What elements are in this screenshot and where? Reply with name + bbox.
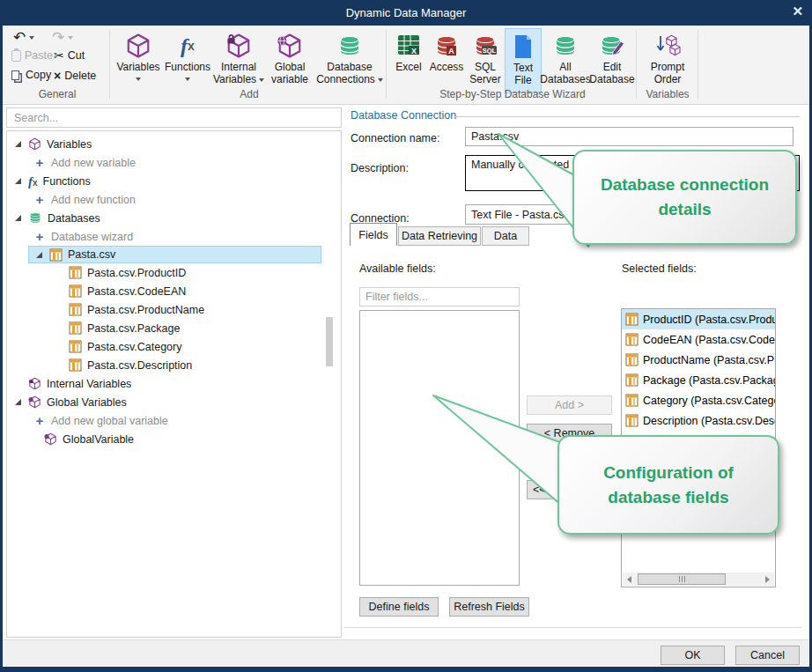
tree-item-add-new-global-variable[interactable]: + Add new global variable (28, 411, 341, 430)
window-border-bottom (0, 667, 812, 672)
tree-item-field-codeean[interactable]: Pasta.csv.CodeEAN (63, 282, 341, 300)
field-icon (625, 333, 639, 346)
access-button[interactable]: A Access (427, 28, 466, 93)
sql-server-label2: Server (469, 74, 500, 86)
paste-label: Paste (25, 49, 53, 62)
tree-item-global-variables[interactable]: Global Variables (7, 393, 341, 411)
internal-variables-label2: Variables (213, 74, 256, 86)
field-icon (69, 284, 82, 298)
plus-icon: + (33, 192, 46, 207)
selected-field-row[interactable]: Category (Pasta.csv.Category) (622, 390, 775, 410)
tree-item-field-description[interactable]: Pasta.csv.Description (63, 356, 341, 374)
close-icon[interactable]: ✕ (792, 4, 803, 19)
redo-icon: ↷ (52, 30, 64, 45)
sidebar-tree: Variables + Add new variable fx Function… (6, 130, 342, 638)
expander-icon[interactable] (33, 252, 44, 258)
sql-server-button[interactable]: SQL SQL Server (466, 28, 505, 93)
text-file-button[interactable]: Text File (505, 28, 542, 93)
field-icon (69, 340, 82, 353)
edit-database-button[interactable]: Edit Database (589, 28, 635, 93)
dynamic-data-manager-window: Dynamic Data Manager ✕ ↶ ↷ Paste ✂ (0, 0, 812, 672)
tree-item-functions[interactable]: fx Functions (7, 172, 341, 190)
horizontal-scrollbar[interactable] (623, 572, 774, 586)
delete-button[interactable]: × Delete (54, 69, 96, 83)
selected-field-row[interactable]: ProductID (Pasta.csv.ProductID) (622, 309, 775, 329)
redo-button[interactable]: ↷ (52, 30, 73, 45)
scroll-left-icon[interactable] (623, 572, 636, 586)
expander-icon[interactable] (12, 141, 23, 147)
tree-item-internal-variables[interactable]: Internal Variables (7, 374, 341, 393)
tree-item-field-productname[interactable]: Pasta.csv.ProductName (63, 300, 341, 319)
global-variable-label2: variable (271, 74, 308, 86)
expander-icon[interactable] (12, 215, 23, 221)
callout-database-connection-details: Database connection details (572, 150, 797, 245)
refresh-fields-button[interactable]: Refresh Fields (449, 597, 529, 617)
functions-button[interactable]: fx Functions (163, 28, 212, 93)
prompt-order-button[interactable]: Prompt Order (641, 28, 694, 93)
scrollbar-thumb[interactable] (638, 573, 726, 585)
tab-fields[interactable]: Fields (350, 223, 397, 246)
edit-database-icon (598, 30, 626, 62)
search-placeholder: Search... (14, 112, 58, 124)
all-databases-button[interactable]: All Databases (542, 28, 589, 93)
excel-button[interactable]: X Excel (390, 28, 427, 93)
global-variable-button[interactable]: Global variable (265, 28, 314, 93)
database-connections-button[interactable]: Database Connections (314, 28, 385, 93)
paste-button[interactable]: Paste (11, 49, 53, 62)
database-icon (28, 211, 42, 225)
text-file-label1: Text (513, 63, 533, 75)
selected-field-row[interactable]: ProductName (Pasta.csv.ProductName) (622, 350, 775, 370)
copy-button[interactable]: Copy (11, 69, 51, 81)
tree-item-database-wizard[interactable]: + Database wizard (28, 227, 341, 246)
callout-configuration-of-database-fields: Configuration of database fields (557, 435, 779, 535)
table-icon (49, 248, 63, 262)
tree-item-globalvariable[interactable]: GlobalVariable (28, 430, 341, 448)
field-icon (625, 414, 639, 427)
window-border-left (0, 26, 3, 667)
ok-button[interactable]: OK (661, 646, 725, 665)
ribbon-separator (386, 30, 387, 99)
tree-item-variables[interactable]: Variables (7, 135, 341, 153)
tree-item-add-new-variable[interactable]: + Add new variable (28, 153, 341, 172)
expander-icon[interactable] (12, 178, 23, 184)
sql-server-label1: SQL (475, 62, 496, 74)
cancel-button[interactable]: Cancel (735, 646, 800, 665)
available-fields-list[interactable] (359, 310, 520, 586)
add-button[interactable]: Add > (527, 395, 612, 415)
filter-fields-input[interactable]: Filter fields... (359, 287, 520, 306)
panel-bottom-rule (343, 627, 801, 628)
internal-variables-cube-lock-icon (225, 30, 252, 62)
define-fields-button[interactable]: Define fields (359, 597, 439, 617)
expander-icon[interactable] (12, 399, 23, 405)
svg-text:SQL: SQL (483, 47, 497, 55)
paste-icon (11, 50, 21, 62)
variables-caret-icon (136, 78, 141, 81)
variables-button[interactable]: Variables (114, 28, 163, 93)
tree-item-field-package[interactable]: Pasta.csv.Package (63, 319, 341, 337)
undo-button[interactable]: ↶ (13, 30, 34, 45)
tree-item-field-category[interactable]: Pasta.csv.Category (63, 337, 341, 356)
edit-database-label1: Edit (603, 62, 622, 74)
internal-variables-button[interactable]: Internal Variables (212, 28, 265, 93)
tree-item-field-productid[interactable]: Pasta.csv.ProductID (63, 263, 341, 282)
search-input[interactable]: Search... (6, 107, 342, 128)
selected-field-row[interactable]: Package (Pasta.csv.Package) (622, 370, 775, 390)
tree-item-databases[interactable]: Databases (7, 209, 341, 227)
svg-text:A: A (448, 47, 454, 55)
selected-field-row[interactable]: CodeEAN (Pasta.csv.CodeEAN) (622, 329, 775, 350)
tab-data-retrieving[interactable]: Data Retrieving (398, 226, 481, 246)
copy-icon (11, 70, 19, 80)
selected-field-row[interactable]: Description (Pasta.csv.Description) (622, 410, 775, 431)
scroll-right-icon[interactable] (761, 572, 774, 586)
ribbon-separator (109, 30, 110, 99)
cut-button[interactable]: ✂ Cut (54, 49, 85, 62)
delete-icon: × (54, 69, 61, 83)
svg-text:X: X (411, 47, 417, 55)
cube-lock-icon (28, 377, 41, 390)
tree-item-pasta-csv[interactable]: Pasta.csv (28, 246, 321, 263)
tree-scrollbar[interactable] (326, 317, 333, 366)
connection-name-input[interactable]: Pasta.csv (465, 127, 794, 146)
ribbon-separator (698, 30, 698, 99)
tree-item-add-new-function[interactable]: + Add new function (28, 190, 341, 209)
tab-data[interactable]: Data (482, 226, 529, 246)
